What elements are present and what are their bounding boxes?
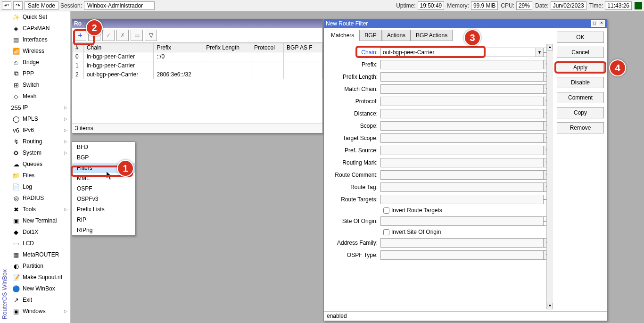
sidebar-item-files[interactable]: 📁Files [9, 170, 70, 181]
distance-input[interactable] [380, 109, 544, 118]
scroll-down-button[interactable]: ▼ [547, 303, 553, 309]
scroll-up-button[interactable]: ▲ [547, 44, 553, 50]
sidebar-item-partition[interactable]: ◐Partition [9, 260, 70, 272]
matchers-form: Chain:▼▲▼ Prefix:▼ Prefix Length:▼ Match… [326, 43, 554, 265]
protocol-input[interactable] [380, 97, 544, 106]
sidebar-item-log[interactable]: 📄Log [9, 181, 70, 192]
submenu-item-bfd[interactable]: BFD [72, 142, 135, 152]
cpu-label: CPU: [501, 2, 514, 9]
remove-button[interactable]: Remove [557, 122, 604, 133]
tab-bgp-actions[interactable]: BGP Actions [411, 30, 453, 41]
sidebar-item-bridge[interactable]: ⎌Bridge [9, 57, 70, 68]
pref-source-input[interactable] [380, 146, 544, 155]
sidebar-item-quick-set[interactable]: ✨Quick Set [9, 11, 70, 23]
route-targets-input[interactable] [380, 195, 544, 204]
filter-button[interactable]: ▽ [145, 30, 157, 41]
sidebar-item-switch[interactable]: ⊞Switch [9, 79, 70, 91]
ok-button[interactable]: OK [557, 32, 604, 43]
comment-button[interactable]: ▭ [131, 30, 143, 41]
table-row[interactable]: 0in-bgp-peer-Carrier::/0 [73, 52, 322, 61]
table-header[interactable]: Protocol [251, 43, 283, 52]
match-chain-label: Match Chain: [329, 86, 380, 92]
invert-site-origin-checkbox[interactable] [383, 229, 389, 235]
tab-actions[interactable]: Actions [382, 30, 411, 41]
site-origin-input[interactable] [380, 216, 544, 226]
target-scope-input[interactable] [380, 133, 544, 143]
cancel-button[interactable]: Cancel [557, 47, 604, 58]
submenu-item-ripng[interactable]: RIPng [72, 225, 135, 235]
sidebar-item-ipv6[interactable]: v6IPv6▷ [9, 124, 70, 136]
sidebar-item-dot1x[interactable]: ◆Dot1X [9, 226, 70, 238]
comment-button[interactable]: Comment [557, 92, 604, 103]
submenu-item-rip[interactable]: RIP [72, 215, 135, 225]
table-row[interactable]: 2out-bgp-peer-Carrier2806:3e6::/32 [73, 70, 322, 79]
table-row[interactable]: 1in-bgp-peer-Carrier [73, 61, 322, 70]
sidebar-item-label: IP [23, 104, 28, 111]
sidebar-item-lcd[interactable]: ▭LCD [9, 238, 70, 249]
submenu-item-prefix-lists[interactable]: Prefix Lists [72, 204, 135, 215]
enable-button[interactable]: ✓ [102, 30, 115, 41]
memory-label: Memory: [447, 2, 469, 9]
disable-button[interactable]: ✗ [116, 30, 129, 41]
window-title[interactable]: New Route Filter □ × [324, 19, 607, 28]
prefix-length-input[interactable] [380, 72, 544, 82]
table-header[interactable]: # [73, 43, 84, 52]
callout-1: 1 [117, 160, 134, 177]
sidebar-item-exit[interactable]: ↗Exit [9, 294, 70, 306]
sidebar-item-new-terminal[interactable]: ▣New Terminal [9, 215, 70, 226]
sidebar-item-radius[interactable]: ◎RADIUS [9, 192, 70, 204]
sidebar-item-capsman[interactable]: ◈CAPsMAN [9, 23, 70, 34]
close-button[interactable]: × [598, 20, 605, 27]
address-family-input[interactable] [380, 238, 544, 248]
sidebar-item-ppp[interactable]: ⧉PPP [9, 68, 70, 79]
route-tag-label: Route Tag: [329, 184, 380, 190]
sidebar-item-mpls[interactable]: ◯MPLS▷ [9, 113, 70, 124]
disable-button[interactable]: Disable [557, 77, 604, 88]
scope-input[interactable] [380, 121, 544, 131]
apply-button[interactable]: Apply [557, 62, 604, 73]
table-header[interactable]: Chain [83, 43, 154, 52]
sidebar-item-routing[interactable]: ↯Routing▷ [9, 136, 70, 147]
maximize-button[interactable]: □ [591, 20, 598, 27]
sidebar-item-windows[interactable]: ▣Windows▷ [9, 306, 70, 317]
prefix-input[interactable] [380, 60, 544, 69]
ospf-type-input[interactable] [380, 250, 544, 260]
match-chain-input[interactable] [380, 84, 544, 94]
submenu-item-ospfv3[interactable]: OSPFv3 [72, 194, 135, 204]
route-filters-window: Ro + − ✓ ✗ ▭ ▽ #ChainPrefixPrefix Length… [72, 19, 323, 133]
table-cell: 2 [73, 70, 84, 79]
add-button[interactable]: + [74, 30, 86, 41]
routing-mark-input[interactable] [380, 158, 544, 167]
invert-route-targets-checkbox[interactable] [383, 207, 389, 214]
table-header[interactable]: Prefix Length [203, 43, 251, 52]
table-header[interactable]: BGP AS F [284, 43, 322, 52]
tab-matchers[interactable]: Matchers [326, 30, 359, 41]
sidebar-item-ip[interactable]: 255IP▷ [9, 102, 70, 113]
window-title[interactable]: Ro [72, 19, 322, 28]
table-header[interactable]: Prefix [154, 43, 203, 52]
sidebar-item-wireless[interactable]: 📶Wireless [9, 45, 70, 57]
scrollbar[interactable]: ▲ ▼ [546, 44, 553, 309]
chain-input[interactable] [380, 48, 536, 57]
submenu-arrow-icon: ▷ [64, 309, 67, 314]
distance-label: Distance: [329, 110, 380, 117]
sidebar-item-queues[interactable]: ☁Queues [9, 158, 70, 170]
route-comment-input[interactable] [380, 170, 544, 180]
redo-button[interactable]: ↷ [13, 1, 23, 10]
sidebar-item-tools[interactable]: ✖Tools▷ [9, 204, 70, 215]
tab-bgp[interactable]: BGP [359, 30, 381, 41]
submenu-item-ospf[interactable]: OSPF [72, 183, 135, 194]
route-tag-input[interactable] [380, 182, 544, 192]
sidebar-item-new-winbox[interactable]: 🔵New WinBox [9, 283, 70, 294]
safe-mode-button[interactable]: Safe Mode [25, 1, 58, 10]
copy-button[interactable]: Copy [557, 107, 604, 118]
sidebar-item-metarouter[interactable]: ▦MetaROUTER [9, 249, 70, 260]
sidebar-item-interfaces[interactable]: ▤Interfaces [9, 34, 70, 45]
sidebar-item-mesh[interactable]: ◇Mesh [9, 91, 70, 102]
sidebar-item-label: Bridge [23, 59, 39, 66]
table-cell [154, 61, 203, 70]
undo-button[interactable]: ↶ [2, 1, 11, 10]
chain-dropdown[interactable]: ▼ [536, 48, 544, 57]
sidebar-item-system[interactable]: ⚙System▷ [9, 147, 70, 158]
sidebar-item-make-supout.rif[interactable]: 📝Make Supout.rif [9, 272, 70, 283]
